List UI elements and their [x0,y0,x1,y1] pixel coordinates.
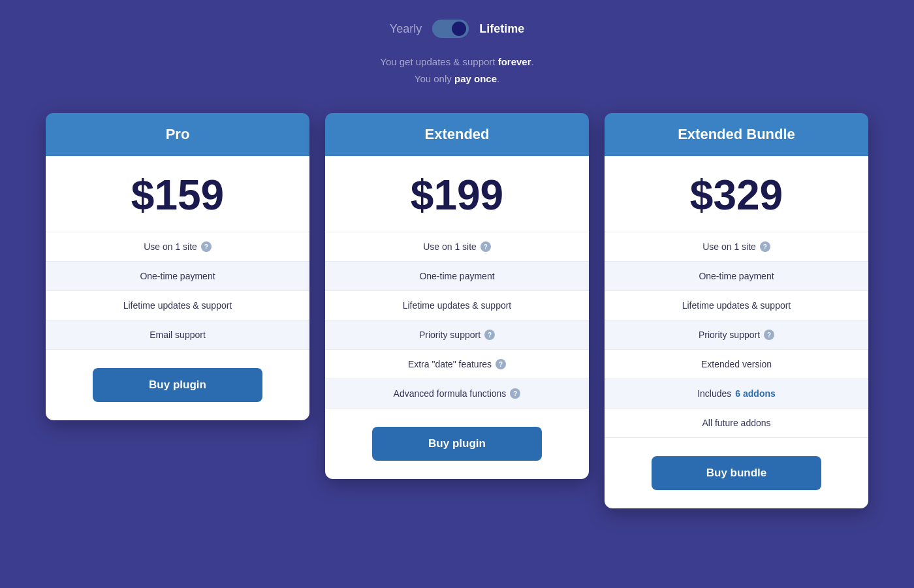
billing-toggle[interactable] [432,20,469,38]
plan-body-2: $329Use on 1 site?One-time paymentLifeti… [605,156,868,437]
feature-text-2-3: Priority support [699,330,760,340]
price-section-0: $159 [46,156,309,232]
feature-row-1-5: Advanced formula functions? [325,379,589,408]
plan-footer-0: Buy plugin [46,349,309,420]
feature-text-1-4: Extra "date" features [408,359,492,369]
subtitle-block: You get updates & support forever. You o… [380,54,533,87]
plan-card-extended: Extended$199Use on 1 site?One-time payme… [325,113,589,479]
plan-name-2: Extended Bundle [618,126,855,143]
plan-card-extended-bundle: Extended Bundle$329Use on 1 site?One-tim… [605,113,868,508]
plan-card-pro: Pro$159Use on 1 site?One-time paymentLif… [46,113,309,420]
plan-header-1: Extended [325,113,589,156]
tooltip-icon-1-3[interactable]: ? [484,330,495,340]
addons-link-2-5[interactable]: 6 addons [735,388,775,399]
tooltip-icon-0-0[interactable]: ? [201,241,212,252]
subtitle-line2: You only pay once. [380,70,533,87]
tooltip-icon-1-4[interactable]: ? [496,359,506,369]
subtitle-bold2: pay once [454,73,497,84]
feature-row-0-0: Use on 1 site? [46,232,309,262]
billing-toggle-row: Yearly Lifetime [390,20,524,38]
toggle-thumb [452,22,466,36]
tooltip-icon-2-3[interactable]: ? [764,330,774,340]
feature-text-2-0: Use on 1 site [702,241,756,252]
subtitle-prefix2: You only [415,73,454,84]
subtitle-prefix1: You get updates & support [380,56,497,67]
feature-row-2-3: Priority support? [605,320,868,350]
tooltip-icon-1-0[interactable]: ? [481,241,491,252]
feature-row-2-4: Extended version [605,350,868,379]
price-value-1: $199 [338,174,576,216]
buy-button-plugin-1[interactable]: Buy plugin [372,427,542,461]
feature-text-1-5: Advanced formula functions [394,388,507,399]
feature-text-2-6: All future addons [702,418,770,428]
feature-text-2-2: Lifetime updates & support [682,300,791,311]
feature-row-2-0: Use on 1 site? [605,232,868,262]
feature-text-0-2: Lifetime updates & support [123,300,232,311]
feature-row-1-3: Priority support? [325,320,589,350]
feature-row-0-1: One-time payment [46,262,309,291]
plan-body-1: $199Use on 1 site?One-time paymentLifeti… [325,156,589,408]
buy-button-bundle-2[interactable]: Buy bundle [652,456,821,490]
feature-row-2-5: Includes 6 addons [605,379,868,409]
feature-text-1-1: One-time payment [419,271,494,281]
plan-footer-2: Buy bundle [605,437,868,508]
yearly-label: Yearly [390,22,422,36]
feature-text-2-5: Includes [697,388,731,399]
subtitle-suffix1: . [531,56,534,67]
plan-header-0: Pro [46,113,309,156]
feature-row-1-2: Lifetime updates & support [325,291,589,320]
buy-button-plugin-0[interactable]: Buy plugin [93,368,262,402]
subtitle-bold1: forever [498,56,531,67]
feature-text-0-3: Email support [150,330,206,340]
plan-name-0: Pro [59,126,296,143]
feature-text-1-0: Use on 1 site [423,241,477,252]
feature-text-0-0: Use on 1 site [144,241,197,252]
plan-header-2: Extended Bundle [605,113,868,156]
feature-row-2-1: One-time payment [605,262,868,291]
feature-row-1-4: Extra "date" features? [325,350,589,379]
feature-text-2-1: One-time payment [699,271,774,281]
feature-text-2-4: Extended version [701,359,772,369]
plan-footer-1: Buy plugin [325,408,589,479]
subtitle-line1: You get updates & support forever. [380,54,533,70]
feature-text-0-1: One-time payment [140,271,215,281]
feature-row-1-0: Use on 1 site? [325,232,589,262]
price-section-1: $199 [325,156,589,232]
lifetime-label: Lifetime [479,22,524,36]
plan-body-0: $159Use on 1 site?One-time paymentLifeti… [46,156,309,349]
price-value-2: $329 [618,174,855,216]
feature-row-0-3: Email support [46,320,309,349]
subtitle-suffix2: . [497,73,499,84]
tooltip-icon-2-0[interactable]: ? [760,241,770,252]
feature-text-1-2: Lifetime updates & support [403,300,512,311]
price-value-0: $159 [59,174,296,216]
price-section-2: $329 [605,156,868,232]
feature-text-1-3: Priority support [419,330,481,340]
feature-row-2-2: Lifetime updates & support [605,291,868,320]
plans-grid: Pro$159Use on 1 site?One-time paymentLif… [46,113,868,508]
plan-name-1: Extended [338,126,576,143]
feature-row-2-6: All future addons [605,409,868,437]
tooltip-icon-1-5[interactable]: ? [510,388,520,399]
feature-row-1-1: One-time payment [325,262,589,291]
feature-row-0-2: Lifetime updates & support [46,291,309,320]
